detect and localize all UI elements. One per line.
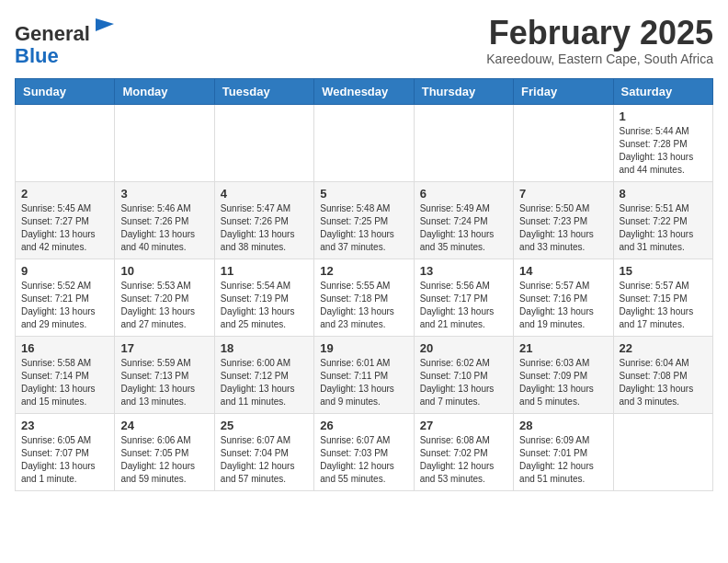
calendar-day: 16Sunrise: 5:58 AM Sunset: 7:14 PM Dayli… bbox=[16, 337, 115, 414]
day-info: Sunrise: 5:51 AM Sunset: 7:22 PM Dayligh… bbox=[620, 202, 707, 254]
day-number: 27 bbox=[420, 419, 507, 432]
day-number: 5 bbox=[320, 187, 407, 201]
calendar-week-5: 23Sunrise: 6:05 AM Sunset: 7:07 PM Dayli… bbox=[16, 414, 713, 491]
day-info: Sunrise: 5:53 AM Sunset: 7:20 PM Dayligh… bbox=[120, 280, 208, 331]
calendar-day: 13Sunrise: 5:56 AM Sunset: 7:17 PM Dayli… bbox=[414, 259, 513, 337]
weekday-tuesday: Tuesday bbox=[214, 79, 313, 105]
day-number: 22 bbox=[620, 341, 707, 355]
day-number: 19 bbox=[320, 341, 407, 355]
day-number: 2 bbox=[21, 187, 108, 201]
logo-flag-icon bbox=[92, 15, 118, 40]
calendar-day bbox=[16, 105, 115, 182]
weekday-friday: Friday bbox=[514, 79, 613, 105]
day-info: Sunrise: 6:05 AM Sunset: 7:07 PM Dayligh… bbox=[21, 434, 108, 486]
day-info: Sunrise: 5:55 AM Sunset: 7:18 PM Dayligh… bbox=[320, 280, 407, 331]
calendar-day: 26Sunrise: 6:07 AM Sunset: 7:03 PM Dayli… bbox=[314, 414, 414, 491]
day-number: 18 bbox=[221, 341, 308, 355]
calendar-day: 19Sunrise: 6:01 AM Sunset: 7:11 PM Dayli… bbox=[314, 337, 414, 414]
calendar-day: 17Sunrise: 5:59 AM Sunset: 7:13 PM Dayli… bbox=[115, 337, 214, 414]
calendar-day: 9Sunrise: 5:52 AM Sunset: 7:21 PM Daylig… bbox=[16, 259, 115, 337]
calendar-week-3: 9Sunrise: 5:52 AM Sunset: 7:21 PM Daylig… bbox=[16, 259, 713, 337]
day-info: Sunrise: 5:44 AM Sunset: 7:28 PM Dayligh… bbox=[620, 125, 707, 177]
calendar-day: 4Sunrise: 5:47 AM Sunset: 7:26 PM Daylig… bbox=[214, 182, 313, 259]
day-number: 14 bbox=[519, 264, 607, 278]
calendar-day: 7Sunrise: 5:50 AM Sunset: 7:23 PM Daylig… bbox=[514, 182, 613, 259]
calendar-day: 25Sunrise: 6:07 AM Sunset: 7:04 PM Dayli… bbox=[214, 414, 313, 491]
day-number: 23 bbox=[21, 419, 108, 432]
day-info: Sunrise: 5:46 AM Sunset: 7:26 PM Dayligh… bbox=[120, 202, 208, 254]
weekday-wednesday: Wednesday bbox=[314, 79, 414, 105]
svg-marker-0 bbox=[96, 18, 114, 31]
calendar-day: 20Sunrise: 6:02 AM Sunset: 7:10 PM Dayli… bbox=[414, 337, 513, 414]
day-info: Sunrise: 6:08 AM Sunset: 7:02 PM Dayligh… bbox=[420, 434, 507, 486]
calendar-day: 5Sunrise: 5:48 AM Sunset: 7:25 PM Daylig… bbox=[314, 182, 414, 259]
day-number: 17 bbox=[120, 341, 208, 355]
day-info: Sunrise: 6:01 AM Sunset: 7:11 PM Dayligh… bbox=[320, 357, 407, 408]
logo: General Blue bbox=[15, 15, 118, 67]
day-number: 9 bbox=[21, 264, 108, 278]
day-info: Sunrise: 6:00 AM Sunset: 7:12 PM Dayligh… bbox=[221, 357, 308, 408]
day-number: 26 bbox=[320, 419, 407, 432]
calendar-day: 15Sunrise: 5:57 AM Sunset: 7:15 PM Dayli… bbox=[613, 259, 712, 337]
calendar-day: 24Sunrise: 6:06 AM Sunset: 7:05 PM Dayli… bbox=[115, 414, 214, 491]
calendar-day: 23Sunrise: 6:05 AM Sunset: 7:07 PM Dayli… bbox=[16, 414, 115, 491]
calendar-day: 14Sunrise: 5:57 AM Sunset: 7:16 PM Dayli… bbox=[514, 259, 613, 337]
day-info: Sunrise: 6:04 AM Sunset: 7:08 PM Dayligh… bbox=[620, 357, 707, 408]
calendar-table: SundayMondayTuesdayWednesdayThursdayFrid… bbox=[15, 78, 713, 491]
day-info: Sunrise: 5:59 AM Sunset: 7:13 PM Dayligh… bbox=[120, 357, 208, 408]
calendar-day: 2Sunrise: 5:45 AM Sunset: 7:27 PM Daylig… bbox=[16, 182, 115, 259]
weekday-header-row: SundayMondayTuesdayWednesdayThursdayFrid… bbox=[16, 79, 713, 105]
day-info: Sunrise: 5:48 AM Sunset: 7:25 PM Dayligh… bbox=[320, 202, 407, 254]
day-number: 20 bbox=[420, 341, 507, 355]
calendar-day: 6Sunrise: 5:49 AM Sunset: 7:24 PM Daylig… bbox=[414, 182, 513, 259]
calendar-day bbox=[613, 414, 712, 491]
day-number: 24 bbox=[120, 419, 208, 432]
day-info: Sunrise: 6:07 AM Sunset: 7:04 PM Dayligh… bbox=[221, 434, 308, 486]
day-number: 11 bbox=[221, 264, 308, 278]
calendar-day: 11Sunrise: 5:54 AM Sunset: 7:19 PM Dayli… bbox=[214, 259, 313, 337]
day-number: 8 bbox=[620, 187, 707, 201]
day-info: Sunrise: 5:47 AM Sunset: 7:26 PM Dayligh… bbox=[221, 202, 308, 254]
day-number: 3 bbox=[120, 187, 208, 201]
day-info: Sunrise: 5:54 AM Sunset: 7:19 PM Dayligh… bbox=[221, 280, 308, 331]
calendar-day: 28Sunrise: 6:09 AM Sunset: 7:01 PM Dayli… bbox=[514, 414, 613, 491]
logo-general-text: General bbox=[15, 22, 90, 45]
day-info: Sunrise: 5:58 AM Sunset: 7:14 PM Dayligh… bbox=[21, 357, 108, 408]
calendar-day bbox=[214, 105, 313, 182]
calendar-day: 18Sunrise: 6:00 AM Sunset: 7:12 PM Dayli… bbox=[214, 337, 313, 414]
calendar-week-2: 2Sunrise: 5:45 AM Sunset: 7:27 PM Daylig… bbox=[16, 182, 713, 259]
day-info: Sunrise: 6:07 AM Sunset: 7:03 PM Dayligh… bbox=[320, 434, 407, 486]
calendar-day: 21Sunrise: 6:03 AM Sunset: 7:09 PM Dayli… bbox=[514, 337, 613, 414]
weekday-saturday: Saturday bbox=[613, 79, 712, 105]
day-info: Sunrise: 6:09 AM Sunset: 7:01 PM Dayligh… bbox=[519, 434, 607, 486]
calendar-day: 3Sunrise: 5:46 AM Sunset: 7:26 PM Daylig… bbox=[115, 182, 214, 259]
calendar-day bbox=[314, 105, 414, 182]
day-number: 12 bbox=[320, 264, 407, 278]
calendar-day: 10Sunrise: 5:53 AM Sunset: 7:20 PM Dayli… bbox=[115, 259, 214, 337]
calendar-day bbox=[414, 105, 513, 182]
day-number: 21 bbox=[519, 341, 607, 355]
weekday-sunday: Sunday bbox=[16, 79, 115, 105]
page-header: General Blue February 2025 Kareedouw, Ea… bbox=[15, 15, 713, 67]
day-info: Sunrise: 5:57 AM Sunset: 7:16 PM Dayligh… bbox=[519, 280, 607, 331]
day-number: 10 bbox=[120, 264, 208, 278]
day-info: Sunrise: 5:45 AM Sunset: 7:27 PM Dayligh… bbox=[21, 202, 108, 254]
calendar-day: 27Sunrise: 6:08 AM Sunset: 7:02 PM Dayli… bbox=[414, 414, 513, 491]
day-number: 28 bbox=[519, 419, 607, 432]
day-info: Sunrise: 6:06 AM Sunset: 7:05 PM Dayligh… bbox=[120, 434, 208, 486]
day-number: 15 bbox=[620, 264, 707, 278]
day-number: 4 bbox=[221, 187, 308, 201]
day-number: 25 bbox=[221, 419, 308, 432]
weekday-monday: Monday bbox=[115, 79, 214, 105]
month-title: February 2025 bbox=[486, 15, 713, 52]
day-info: Sunrise: 5:49 AM Sunset: 7:24 PM Dayligh… bbox=[420, 202, 507, 254]
day-number: 7 bbox=[519, 187, 607, 201]
day-info: Sunrise: 5:50 AM Sunset: 7:23 PM Dayligh… bbox=[519, 202, 607, 254]
calendar-day: 1Sunrise: 5:44 AM Sunset: 7:28 PM Daylig… bbox=[613, 105, 712, 182]
day-number: 16 bbox=[21, 341, 108, 355]
calendar-day bbox=[115, 105, 214, 182]
calendar-day bbox=[514, 105, 613, 182]
calendar-day: 12Sunrise: 5:55 AM Sunset: 7:18 PM Dayli… bbox=[314, 259, 414, 337]
weekday-thursday: Thursday bbox=[414, 79, 513, 105]
calendar-week-4: 16Sunrise: 5:58 AM Sunset: 7:14 PM Dayli… bbox=[16, 337, 713, 414]
